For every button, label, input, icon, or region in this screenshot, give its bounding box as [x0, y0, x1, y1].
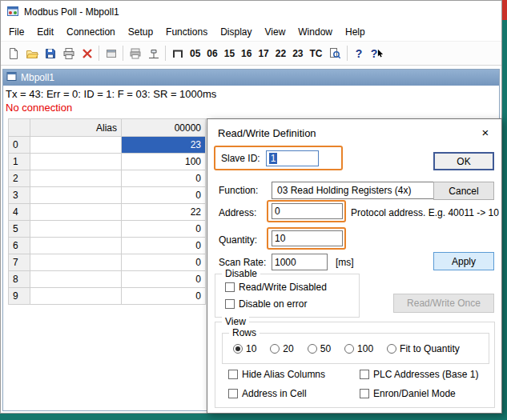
- junction-icon[interactable]: [168, 44, 187, 62]
- menu-view[interactable]: View: [259, 24, 292, 40]
- app-titlebar[interactable]: Modbus Poll - Mbpoll1: [1, 1, 501, 23]
- desktop-background-bottom: [0, 414, 507, 420]
- value-cell[interactable]: 100: [122, 154, 206, 170]
- address-in-cell-checkbox[interactable]: [228, 389, 238, 398]
- rows-100-label[interactable]: 100: [357, 343, 373, 354]
- row-header[interactable]: 6: [9, 238, 30, 254]
- menu-display[interactable]: Display: [214, 24, 258, 40]
- print-preview-icon[interactable]: [126, 44, 144, 62]
- disable-on-error-checkbox[interactable]: [225, 299, 235, 309]
- toolbar-button-23[interactable]: 23: [289, 44, 306, 62]
- value-cell[interactable]: 0: [122, 238, 206, 254]
- value-cell[interactable]: 22: [122, 204, 206, 221]
- toolbar-button-05[interactable]: 05: [187, 44, 203, 62]
- read-write-disabled-label[interactable]: Read/Write Disabled: [239, 282, 327, 293]
- toolbar: 05 06 15 16 17 22 23 TC ? ?: [1, 41, 501, 66]
- toolbar-button-15[interactable]: 15: [221, 44, 238, 62]
- rows-100-radio[interactable]: [344, 344, 354, 354]
- row-header[interactable]: 4: [9, 204, 30, 221]
- table-row: 8 0: [9, 271, 207, 288]
- mbpoll1-window-icon: [6, 71, 17, 84]
- print-icon[interactable]: [59, 44, 78, 62]
- alias-cell[interactable]: [30, 238, 122, 254]
- toolbar-button-06[interactable]: 06: [203, 44, 220, 62]
- alias-cell[interactable]: [30, 221, 122, 238]
- row-header[interactable]: 0: [9, 137, 30, 154]
- alias-column-header[interactable]: Alias: [30, 119, 122, 137]
- alias-cell[interactable]: [30, 187, 122, 204]
- menu-window[interactable]: Window: [292, 24, 339, 40]
- cancel-button[interactable]: Cancel: [433, 182, 494, 200]
- alias-cell[interactable]: [30, 170, 122, 187]
- value-cell[interactable]: 0: [122, 221, 206, 238]
- address-input[interactable]: 0: [272, 203, 343, 219]
- row-header[interactable]: 3: [9, 187, 30, 204]
- menu-setup[interactable]: Setup: [122, 24, 159, 40]
- apply-button[interactable]: Apply: [433, 252, 494, 270]
- table-row: 3 0: [9, 187, 207, 204]
- row-header[interactable]: 9: [9, 288, 30, 305]
- close-icon[interactable]: ×: [476, 123, 495, 141]
- rows-20-label[interactable]: 20: [283, 343, 293, 354]
- toolbar-button-tc[interactable]: TC: [307, 44, 326, 62]
- menu-functions[interactable]: Functions: [159, 24, 214, 40]
- row-header[interactable]: 2: [9, 170, 30, 187]
- row-header[interactable]: 1: [9, 154, 30, 170]
- rows-10-label[interactable]: 10: [246, 343, 256, 354]
- alias-cell[interactable]: [30, 204, 122, 221]
- rows-fit-label[interactable]: Fit to Quantity: [400, 343, 460, 354]
- value-cell[interactable]: 0: [122, 187, 206, 204]
- scan-rate-input[interactable]: 1000: [272, 254, 328, 270]
- menu-connection[interactable]: Connection: [60, 24, 122, 40]
- rows-20-radio[interactable]: [270, 344, 280, 354]
- function-dropdown[interactable]: 03 Read Holding Registers (4x): [272, 182, 454, 199]
- new-file-icon[interactable]: [4, 44, 22, 62]
- rows-10-radio[interactable]: [233, 344, 243, 354]
- mbpoll1-titlebar[interactable]: Mbpoll1: [3, 70, 499, 86]
- toolbar-button-16[interactable]: 16: [238, 44, 255, 62]
- toolbar-button-17[interactable]: 17: [255, 44, 272, 62]
- open-folder-icon[interactable]: [22, 44, 41, 62]
- plc-addresses-label[interactable]: PLC Addresses (Base 1): [373, 369, 478, 380]
- menu-edit[interactable]: Edit: [30, 24, 60, 40]
- comm-traffic-icon[interactable]: [144, 44, 163, 62]
- scan-rate-label: Scan Rate:: [219, 257, 266, 268]
- setup-window-icon[interactable]: [102, 44, 120, 62]
- context-help-icon[interactable]: ?: [368, 44, 387, 62]
- row-header[interactable]: 5: [9, 221, 30, 238]
- help-icon[interactable]: ?: [350, 44, 368, 62]
- ok-button[interactable]: OK: [433, 152, 494, 170]
- menu-file[interactable]: File: [2, 24, 30, 40]
- alias-cell[interactable]: [30, 137, 122, 154]
- find-icon[interactable]: [326, 44, 344, 62]
- quantity-input[interactable]: 10: [272, 230, 343, 246]
- hide-alias-columns-label[interactable]: Hide Alias Columns: [242, 369, 325, 380]
- enron-daniel-mode-checkbox[interactable]: [360, 389, 369, 398]
- plc-addresses-checkbox[interactable]: [360, 370, 369, 379]
- disconnect-icon[interactable]: [78, 44, 96, 62]
- rows-fit-radio[interactable]: [387, 344, 396, 354]
- value-cell[interactable]: 0: [122, 288, 206, 305]
- value-cell[interactable]: 0: [122, 271, 206, 288]
- slave-id-input[interactable]: 1: [266, 150, 319, 166]
- value-cell[interactable]: 0: [122, 254, 206, 271]
- rows-50-label[interactable]: 50: [320, 343, 331, 354]
- save-icon[interactable]: [41, 44, 59, 62]
- alias-cell[interactable]: [30, 288, 122, 305]
- alias-cell[interactable]: [30, 271, 122, 288]
- toolbar-button-22[interactable]: 22: [272, 44, 289, 62]
- alias-cell[interactable]: [30, 254, 122, 271]
- enron-daniel-mode-label[interactable]: Enron/Daniel Mode: [373, 388, 456, 399]
- read-write-disabled-checkbox[interactable]: [225, 282, 235, 292]
- value-cell[interactable]: 0: [122, 170, 206, 187]
- address-in-cell-label[interactable]: Address in Cell: [242, 388, 307, 399]
- menu-help[interactable]: Help: [339, 24, 372, 40]
- disable-on-error-label[interactable]: Disable on error: [239, 298, 307, 310]
- alias-cell[interactable]: [30, 154, 122, 170]
- row-header[interactable]: 7: [9, 254, 30, 271]
- value-cell-selected[interactable]: 23: [122, 137, 206, 154]
- value-column-header[interactable]: 00000: [122, 119, 206, 137]
- row-header[interactable]: 8: [9, 271, 30, 288]
- hide-alias-columns-checkbox[interactable]: [228, 370, 238, 379]
- rows-50-radio[interactable]: [308, 344, 317, 354]
